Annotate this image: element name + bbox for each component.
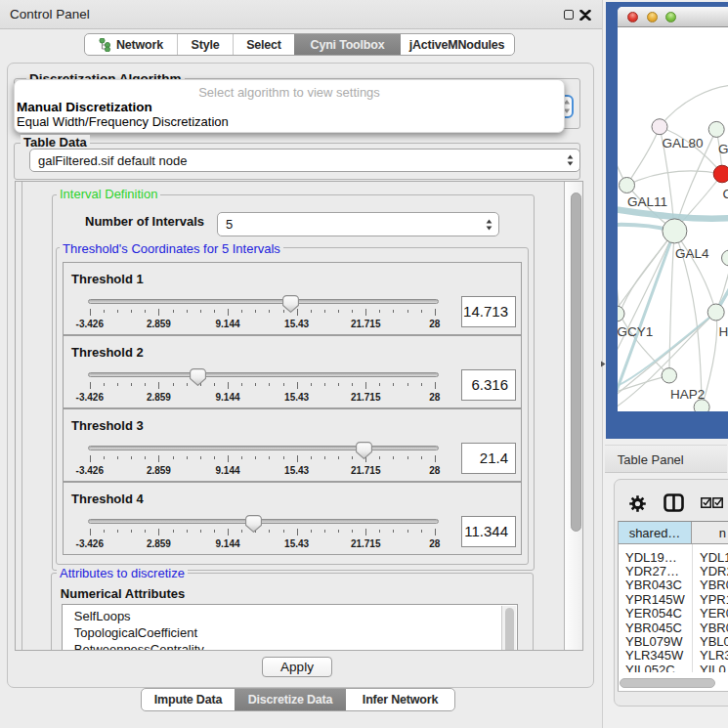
svg-text:GAL11: GAL11: [627, 194, 667, 209]
svg-text:HAP2: HAP2: [670, 387, 705, 402]
svg-text:GAL4: GAL4: [675, 246, 709, 261]
svg-text:HI: HI: [719, 324, 728, 339]
svg-text:GAL: GAL: [718, 142, 728, 156]
svg-text:CY: CY: [723, 187, 728, 201]
svg-text:GCY1: GCY1: [618, 324, 653, 339]
svg-text:GAL80: GAL80: [663, 136, 704, 150]
